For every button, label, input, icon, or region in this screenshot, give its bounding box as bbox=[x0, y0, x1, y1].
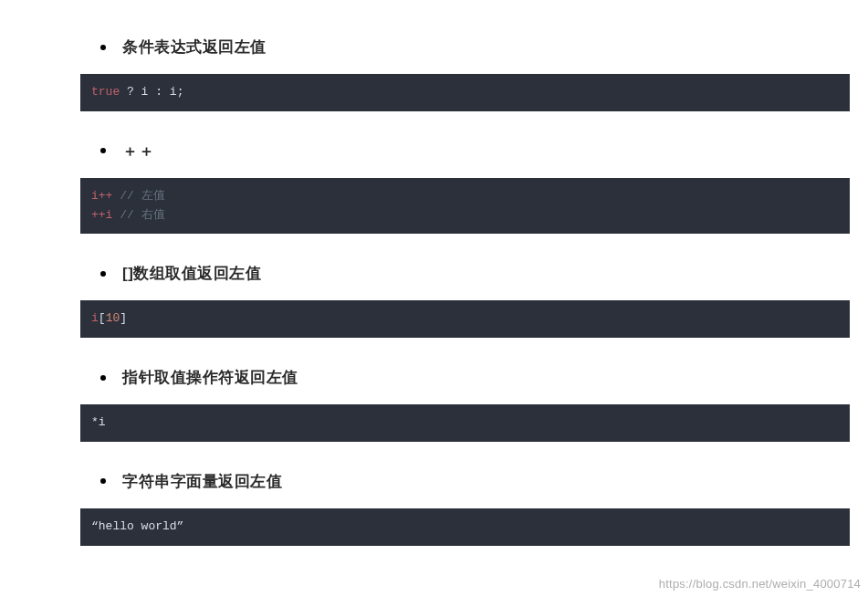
bullet-icon bbox=[100, 148, 106, 153]
section-heading-5: 字符串字面量返回左值 bbox=[80, 471, 850, 492]
section-heading-1: 条件表达式返回左值 bbox=[80, 37, 850, 58]
article-content: 条件表达式返回左值 true ? i : i; ＋＋ i++ // 左值 ++i… bbox=[0, 37, 868, 546]
code-block-2[interactable]: i++ // 左值 ++i // 右值 bbox=[80, 178, 850, 235]
bullet-icon bbox=[100, 478, 106, 484]
code-block-4[interactable]: *i bbox=[80, 404, 850, 442]
code-block-5[interactable]: “hello world” bbox=[80, 508, 850, 546]
code-block-3[interactable]: i[10] bbox=[80, 300, 850, 338]
section-heading-2: ＋＋ bbox=[80, 141, 850, 162]
heading-text: []数组取值返回左值 bbox=[122, 263, 261, 284]
watermark-text: https://blog.csdn.net/weixin_4000714 bbox=[659, 577, 861, 591]
section-heading-3: []数组取值返回左值 bbox=[80, 263, 850, 284]
heading-text: ＋＋ bbox=[122, 141, 154, 162]
code-block-1[interactable]: true ? i : i; bbox=[80, 74, 850, 111]
heading-text: 指针取值操作符返回左值 bbox=[122, 367, 298, 388]
section-heading-4: 指针取值操作符返回左值 bbox=[80, 367, 850, 388]
heading-text: 条件表达式返回左值 bbox=[122, 37, 267, 58]
bullet-icon bbox=[100, 45, 106, 50]
bullet-icon bbox=[100, 375, 106, 381]
bullet-icon bbox=[100, 271, 106, 277]
heading-text: 字符串字面量返回左值 bbox=[122, 471, 282, 492]
